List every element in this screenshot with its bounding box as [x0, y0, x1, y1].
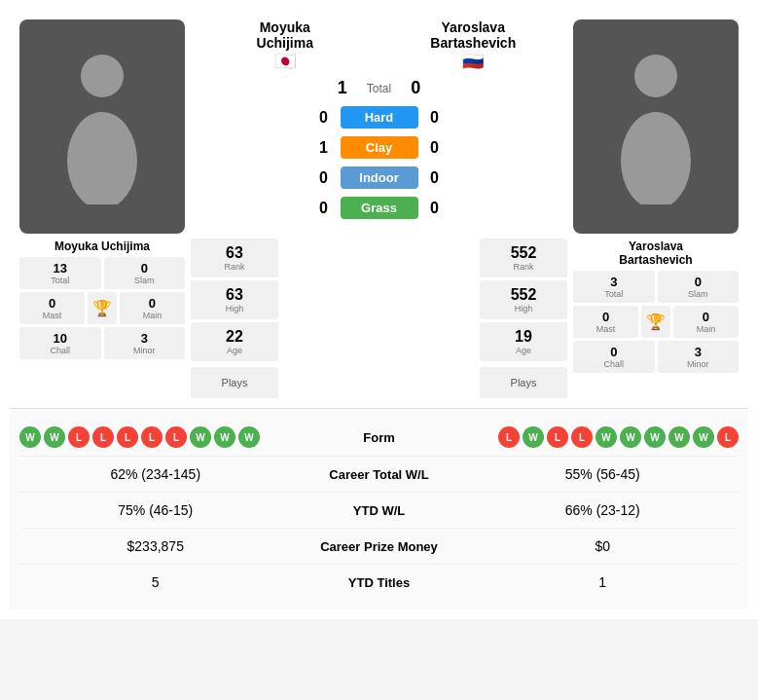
stat-left: $233,875	[19, 538, 292, 554]
left-plays-cell: Plays	[191, 367, 278, 398]
right-plays-cell: Plays	[480, 367, 567, 398]
form-stats-section: WWLLLLLWWW Form LWLLWWWWWL 62% (234-145)…	[10, 408, 748, 609]
stat-label: Career Total W/L	[292, 467, 467, 482]
form-badge-left: W	[238, 426, 260, 448]
left-trophy-icon: 🏆	[88, 292, 117, 324]
left-name-top: MoyukaUchijima 🇯🇵	[191, 19, 379, 72]
left-rank-age: 63 Rank 63 High 22 Age Plays	[191, 239, 278, 398]
form-badge-left: L	[92, 426, 114, 448]
right-player-stats: 3 Total 0 Slam 0 Mast 🏆 0	[573, 271, 739, 373]
stats-rows-container: 62% (234-145) Career Total W/L 55% (56-4…	[19, 457, 739, 600]
total-row: 1 Total 0	[338, 78, 420, 98]
left-total-slam-row: 13 Total 0 Slam	[19, 257, 185, 289]
center-col: MoyukaUchijima 🇯🇵 YaroslavaBartashevich …	[185, 19, 573, 398]
form-badge-right: W	[693, 426, 714, 448]
left-chall-minor-row: 10 Chall 3 Minor	[19, 327, 185, 359]
form-badge-right: L	[547, 426, 568, 448]
stat-right: $0	[467, 538, 740, 554]
stat-left: 62% (234-145)	[19, 466, 292, 482]
right-total-score: 0	[411, 78, 420, 98]
stat-row: 5 YTD Titles 1	[19, 565, 739, 600]
svg-point-0	[81, 55, 124, 97]
main-container: Moyuka Uchijima 13 Total 0 Slam 0 Mast	[0, 0, 758, 619]
form-badge-left: L	[165, 426, 187, 448]
comparison-section: Moyuka Uchijima 13 Total 0 Slam 0 Mast	[10, 10, 748, 408]
form-badge-left: W	[19, 426, 41, 448]
left-player-block: Moyuka Uchijima 13 Total 0 Slam 0 Mast	[19, 19, 185, 359]
form-badge-right: L	[498, 426, 520, 448]
total-label: Total	[367, 82, 391, 95]
form-badge-left: W	[214, 426, 235, 448]
right-mast-main-row: 0 Mast 🏆 0 Main	[573, 306, 739, 338]
form-badge-right: W	[596, 426, 617, 448]
svg-point-1	[67, 112, 137, 204]
right-mast-cell: 0 Mast	[573, 306, 638, 338]
right-age-cell: 19 Age	[480, 322, 567, 361]
names-row: MoyukaUchijima 🇯🇵 YaroslavaBartashevich …	[191, 19, 567, 72]
surface-clay-btn[interactable]: Clay	[341, 136, 418, 159]
stat-row: 75% (46-15) YTD W/L 66% (23-12)	[19, 493, 739, 529]
surface-grass-row: 0 Grass 0	[191, 193, 567, 223]
left-slam-cell: 0 Slam	[104, 257, 186, 289]
left-flag: 🇯🇵	[191, 51, 379, 72]
left-chall-cell: 10 Chall	[19, 327, 101, 359]
left-total-score: 1	[338, 78, 347, 98]
form-badge-right: W	[523, 426, 544, 448]
left-mast-main-row: 0 Mast 🏆 0 Main	[19, 292, 185, 324]
left-player-stats: 13 Total 0 Slam 0 Mast 🏆 0	[19, 257, 185, 359]
right-flag: 🇷🇺	[379, 51, 568, 72]
left-minor-cell: 3 Minor	[104, 327, 186, 359]
right-player-block: YaroslavaBartashevich 3 Total 0 Slam 0	[573, 19, 739, 373]
left-player-silhouette	[54, 49, 151, 204]
surface-indoor-btn[interactable]: Indoor	[341, 166, 418, 189]
surface-grass-btn[interactable]: Grass	[341, 197, 418, 219]
left-rank-cell: 63 Rank	[191, 239, 278, 277]
stat-row: 62% (234-145) Career Total W/L 55% (56-4…	[19, 457, 739, 493]
surface-hard-row: 0 Hard 0	[191, 102, 567, 132]
right-minor-cell: 3 Minor	[658, 341, 740, 373]
surface-rows: 0 Hard 0 1 Clay 0 0 Indoor 0 0 Grass	[191, 102, 567, 223]
right-rank-age: 552 Rank 552 High 19 Age Plays	[480, 239, 567, 398]
surface-hard-btn[interactable]: Hard	[341, 106, 418, 129]
form-badge-left: L	[68, 426, 90, 448]
right-player-photo	[573, 19, 739, 234]
left-total-cell: 13 Total	[19, 257, 101, 289]
right-total-slam-row: 3 Total 0 Slam	[573, 271, 739, 303]
form-badge-right: L	[717, 426, 739, 448]
right-name-top: YaroslavaBartashevich 🇷🇺	[379, 19, 568, 72]
form-row: WWLLLLLWWW Form LWLLWWWWWL	[19, 419, 739, 457]
right-player-silhouette	[607, 49, 704, 204]
stat-label: YTD W/L	[292, 503, 467, 518]
right-total-cell: 3 Total	[573, 271, 655, 303]
form-badge-left: W	[190, 426, 211, 448]
form-badge-right: L	[571, 426, 593, 448]
surface-clay-row: 1 Clay 0	[191, 132, 567, 163]
left-player-photo	[19, 19, 185, 234]
right-form-badges: LWLLWWWWWL	[467, 426, 740, 448]
right-chall-cell: 0 Chall	[573, 341, 655, 373]
form-badge-right: W	[668, 426, 690, 448]
form-badge-left: L	[141, 426, 162, 448]
stat-label: Career Prize Money	[292, 539, 467, 554]
right-chall-minor-row: 0 Chall 3 Minor	[573, 341, 739, 373]
stat-row: $233,875 Career Prize Money $0	[19, 529, 739, 565]
stat-left: 75% (46-15)	[19, 502, 292, 518]
right-main-cell: 0 Main	[673, 306, 739, 338]
svg-point-2	[634, 55, 677, 97]
right-player-name: YaroslavaBartashevich	[619, 239, 692, 267]
form-label: Form	[292, 430, 467, 445]
left-main-cell: 0 Main	[120, 292, 185, 324]
left-player-name: Moyuka Uchijima	[54, 239, 150, 253]
right-slam-cell: 0 Slam	[658, 271, 740, 303]
left-form-badges: WWLLLLLWWW	[19, 426, 292, 448]
form-badge-left: W	[44, 426, 65, 448]
right-high-cell: 552 High	[480, 280, 567, 319]
left-high-cell: 63 High	[191, 280, 278, 319]
left-age-cell: 22 Age	[191, 322, 278, 361]
stat-label: YTD Titles	[292, 575, 467, 590]
form-badge-left: L	[117, 426, 138, 448]
right-rank-cell: 552 Rank	[480, 239, 567, 277]
svg-point-3	[621, 112, 691, 204]
form-badge-right: W	[644, 426, 666, 448]
left-mast-cell: 0 Mast	[19, 292, 85, 324]
